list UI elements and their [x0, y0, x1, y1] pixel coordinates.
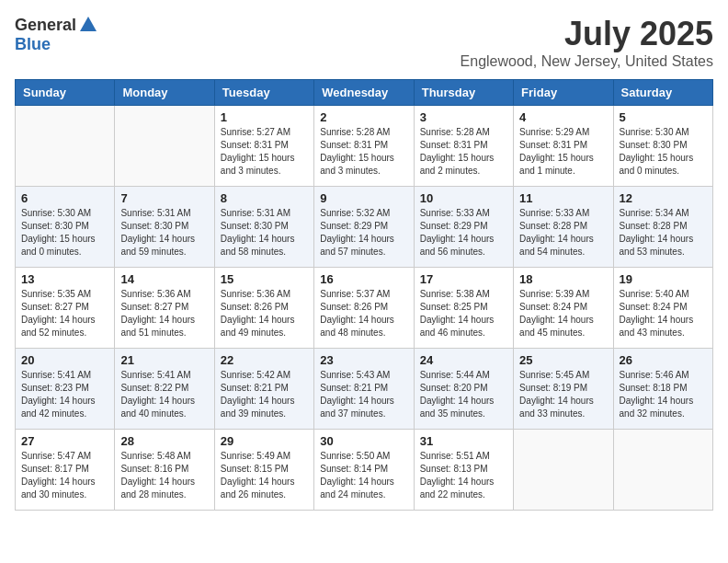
calendar-cell: 3Sunrise: 5:28 AM Sunset: 8:31 PM Daylig…	[414, 106, 513, 187]
day-info: Sunrise: 5:34 AM Sunset: 8:28 PM Dayligh…	[620, 207, 707, 259]
calendar-cell: 10Sunrise: 5:33 AM Sunset: 8:29 PM Dayli…	[414, 187, 513, 268]
weekday-header-row: SundayMondayTuesdayWednesdayThursdayFrid…	[16, 80, 713, 106]
day-info: Sunrise: 5:38 AM Sunset: 8:25 PM Dayligh…	[420, 288, 507, 339]
day-number: 13	[21, 272, 108, 286]
weekday-header-sunday: Sunday	[16, 80, 115, 106]
day-info: Sunrise: 5:36 AM Sunset: 8:27 PM Dayligh…	[120, 288, 208, 339]
day-info: Sunrise: 5:41 AM Sunset: 8:22 PM Dayligh…	[120, 369, 208, 420]
day-number: 2	[320, 110, 407, 124]
day-info: Sunrise: 5:47 AM Sunset: 8:17 PM Dayligh…	[21, 450, 108, 501]
day-number: 8	[221, 191, 308, 205]
calendar-cell: 23Sunrise: 5:43 AM Sunset: 8:21 PM Dayli…	[314, 349, 414, 430]
day-info: Sunrise: 5:46 AM Sunset: 8:18 PM Dayligh…	[620, 369, 707, 420]
day-number: 1	[221, 110, 308, 124]
day-info: Sunrise: 5:31 AM Sunset: 8:30 PM Dayligh…	[221, 207, 308, 259]
location-title: Englewood, New Jersey, United States	[461, 53, 713, 70]
day-number: 20	[21, 353, 108, 367]
calendar-cell: 21Sunrise: 5:41 AM Sunset: 8:22 PM Dayli…	[115, 349, 214, 430]
calendar-cell: 16Sunrise: 5:37 AM Sunset: 8:26 PM Dayli…	[314, 268, 414, 349]
day-info: Sunrise: 5:30 AM Sunset: 8:30 PM Dayligh…	[620, 126, 707, 178]
day-info: Sunrise: 5:29 AM Sunset: 8:31 PM Dayligh…	[519, 126, 607, 178]
day-info: Sunrise: 5:42 AM Sunset: 8:21 PM Dayligh…	[221, 369, 308, 420]
calendar-cell: 31Sunrise: 5:51 AM Sunset: 8:13 PM Dayli…	[414, 430, 513, 511]
calendar-cell: 28Sunrise: 5:48 AM Sunset: 8:16 PM Dayli…	[115, 430, 214, 511]
calendar-week-row: 1Sunrise: 5:27 AM Sunset: 8:31 PM Daylig…	[16, 106, 713, 187]
svg-marker-0	[80, 17, 97, 31]
day-number: 22	[221, 353, 308, 367]
day-number: 7	[120, 191, 208, 205]
day-info: Sunrise: 5:50 AM Sunset: 8:14 PM Dayligh…	[320, 450, 407, 501]
calendar-cell: 26Sunrise: 5:46 AM Sunset: 8:18 PM Dayli…	[613, 349, 712, 430]
day-number: 31	[420, 434, 507, 448]
day-info: Sunrise: 5:40 AM Sunset: 8:24 PM Dayligh…	[620, 288, 707, 339]
calendar-week-row: 13Sunrise: 5:35 AM Sunset: 8:27 PM Dayli…	[16, 268, 713, 349]
title-block: July 2025 Englewood, New Jersey, United …	[461, 15, 713, 70]
logo-general: General	[15, 16, 76, 35]
month-title: July 2025	[461, 15, 713, 53]
day-number: 28	[120, 434, 208, 448]
day-number: 3	[420, 110, 507, 124]
logo: General Blue	[15, 15, 98, 54]
day-number: 27	[21, 434, 108, 448]
day-number: 9	[320, 191, 407, 205]
day-number: 11	[519, 191, 607, 205]
day-info: Sunrise: 5:51 AM Sunset: 8:13 PM Dayligh…	[420, 450, 507, 501]
day-number: 15	[221, 272, 308, 286]
day-info: Sunrise: 5:31 AM Sunset: 8:30 PM Dayligh…	[120, 207, 208, 259]
weekday-header-tuesday: Tuesday	[214, 80, 313, 106]
calendar-cell: 17Sunrise: 5:38 AM Sunset: 8:25 PM Dayli…	[414, 268, 513, 349]
calendar-cell: 4Sunrise: 5:29 AM Sunset: 8:31 PM Daylig…	[514, 106, 613, 187]
day-number: 16	[320, 272, 407, 286]
calendar-cell: 24Sunrise: 5:44 AM Sunset: 8:20 PM Dayli…	[414, 349, 513, 430]
weekday-header-thursday: Thursday	[414, 80, 513, 106]
day-info: Sunrise: 5:45 AM Sunset: 8:19 PM Dayligh…	[519, 369, 607, 420]
day-info: Sunrise: 5:28 AM Sunset: 8:31 PM Dayligh…	[420, 126, 507, 178]
day-info: Sunrise: 5:39 AM Sunset: 8:24 PM Dayligh…	[519, 288, 607, 339]
day-number: 23	[320, 353, 407, 367]
day-info: Sunrise: 5:33 AM Sunset: 8:29 PM Dayligh…	[420, 207, 507, 259]
day-info: Sunrise: 5:43 AM Sunset: 8:21 PM Dayligh…	[320, 369, 407, 420]
day-number: 6	[21, 191, 108, 205]
calendar-cell: 13Sunrise: 5:35 AM Sunset: 8:27 PM Dayli…	[16, 268, 115, 349]
day-number: 24	[420, 353, 507, 367]
calendar-cell: 19Sunrise: 5:40 AM Sunset: 8:24 PM Dayli…	[613, 268, 712, 349]
day-number: 19	[620, 272, 707, 286]
day-number: 29	[221, 434, 308, 448]
calendar-cell: 9Sunrise: 5:32 AM Sunset: 8:29 PM Daylig…	[314, 187, 414, 268]
day-number: 14	[120, 272, 208, 286]
day-info: Sunrise: 5:28 AM Sunset: 8:31 PM Dayligh…	[320, 126, 407, 178]
day-number: 5	[620, 110, 707, 124]
calendar-week-row: 27Sunrise: 5:47 AM Sunset: 8:17 PM Dayli…	[16, 430, 713, 511]
day-info: Sunrise: 5:30 AM Sunset: 8:30 PM Dayligh…	[21, 207, 108, 259]
day-number: 25	[519, 353, 607, 367]
logo-blue: Blue	[15, 35, 51, 54]
calendar-cell: 1Sunrise: 5:27 AM Sunset: 8:31 PM Daylig…	[214, 106, 313, 187]
day-info: Sunrise: 5:27 AM Sunset: 8:31 PM Dayligh…	[221, 126, 308, 178]
calendar-cell: 27Sunrise: 5:47 AM Sunset: 8:17 PM Dayli…	[16, 430, 115, 511]
calendar-table: SundayMondayTuesdayWednesdayThursdayFrid…	[15, 79, 713, 511]
day-number: 30	[320, 434, 407, 448]
day-info: Sunrise: 5:49 AM Sunset: 8:15 PM Dayligh…	[221, 450, 308, 501]
day-number: 4	[519, 110, 607, 124]
calendar-cell: 25Sunrise: 5:45 AM Sunset: 8:19 PM Dayli…	[514, 349, 613, 430]
day-info: Sunrise: 5:32 AM Sunset: 8:29 PM Dayligh…	[320, 207, 407, 259]
calendar-cell: 22Sunrise: 5:42 AM Sunset: 8:21 PM Dayli…	[214, 349, 313, 430]
calendar-cell: 29Sunrise: 5:49 AM Sunset: 8:15 PM Dayli…	[214, 430, 313, 511]
calendar-cell: 11Sunrise: 5:33 AM Sunset: 8:28 PM Dayli…	[514, 187, 613, 268]
calendar-cell: 14Sunrise: 5:36 AM Sunset: 8:27 PM Dayli…	[115, 268, 214, 349]
calendar-week-row: 20Sunrise: 5:41 AM Sunset: 8:23 PM Dayli…	[16, 349, 713, 430]
day-info: Sunrise: 5:36 AM Sunset: 8:26 PM Dayligh…	[221, 288, 308, 339]
day-number: 10	[420, 191, 507, 205]
calendar-week-row: 6Sunrise: 5:30 AM Sunset: 8:30 PM Daylig…	[16, 187, 713, 268]
calendar-cell	[115, 106, 214, 187]
calendar-cell: 20Sunrise: 5:41 AM Sunset: 8:23 PM Dayli…	[16, 349, 115, 430]
calendar-cell: 12Sunrise: 5:34 AM Sunset: 8:28 PM Dayli…	[613, 187, 712, 268]
calendar-cell: 2Sunrise: 5:28 AM Sunset: 8:31 PM Daylig…	[314, 106, 414, 187]
calendar-cell: 30Sunrise: 5:50 AM Sunset: 8:14 PM Dayli…	[314, 430, 414, 511]
calendar-cell: 8Sunrise: 5:31 AM Sunset: 8:30 PM Daylig…	[214, 187, 313, 268]
calendar-cell: 6Sunrise: 5:30 AM Sunset: 8:30 PM Daylig…	[16, 187, 115, 268]
weekday-header-friday: Friday	[514, 80, 613, 106]
calendar-cell	[613, 430, 712, 511]
day-number: 26	[620, 353, 707, 367]
day-info: Sunrise: 5:37 AM Sunset: 8:26 PM Dayligh…	[320, 288, 407, 339]
